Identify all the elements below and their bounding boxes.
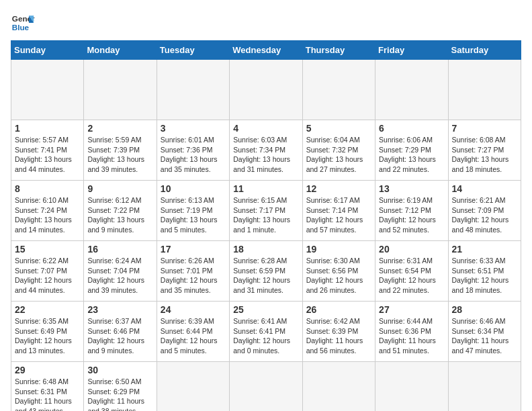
day-info: Sunrise: 6:37 AMSunset: 6:46 PMDaylight:… <box>87 316 152 356</box>
day-info: Sunrise: 6:10 AMSunset: 7:24 PMDaylight:… <box>15 195 80 235</box>
day-info: Sunrise: 6:28 AMSunset: 6:59 PMDaylight:… <box>233 256 298 295</box>
day-info: Sunrise: 6:48 AMSunset: 6:31 PMDaylight:… <box>15 377 80 411</box>
day-info: Sunrise: 6:03 AMSunset: 7:34 PMDaylight:… <box>233 135 298 175</box>
day-info: Sunrise: 6:42 AMSunset: 6:39 PMDaylight:… <box>306 316 371 356</box>
svg-text:Blue: Blue <box>12 23 30 32</box>
calendar-cell <box>302 362 375 412</box>
calendar-cell: 6Sunrise: 6:06 AMSunset: 7:29 PMDaylight… <box>375 120 448 181</box>
weekday-header-thursday: Thursday <box>302 41 375 60</box>
calendar-cell: 10Sunrise: 6:13 AMSunset: 7:19 PMDayligh… <box>157 181 229 241</box>
calendar-cell: 12Sunrise: 6:17 AMSunset: 7:14 PMDayligh… <box>302 181 375 241</box>
calendar-cell: 8Sunrise: 6:10 AMSunset: 7:24 PMDaylight… <box>11 181 84 241</box>
calendar-cell: 2Sunrise: 5:59 AMSunset: 7:39 PMDaylight… <box>84 120 157 181</box>
calendar-cell: 20Sunrise: 6:31 AMSunset: 6:54 PMDayligh… <box>375 241 448 302</box>
day-number: 4 <box>233 123 298 134</box>
day-number: 9 <box>87 183 152 194</box>
weekday-header-tuesday: Tuesday <box>157 41 229 60</box>
day-info: Sunrise: 6:33 AMSunset: 6:51 PMDaylight:… <box>452 256 517 295</box>
day-info: Sunrise: 6:50 AMSunset: 6:29 PMDaylight:… <box>87 377 152 411</box>
weekday-header-saturday: Saturday <box>448 41 521 60</box>
day-number: 11 <box>233 183 298 194</box>
calendar-cell: 22Sunrise: 6:35 AMSunset: 6:49 PMDayligh… <box>11 302 84 362</box>
day-info: Sunrise: 6:12 AMSunset: 7:22 PMDaylight:… <box>87 195 152 235</box>
day-number: 8 <box>15 183 80 194</box>
day-number: 22 <box>15 304 80 315</box>
calendar-cell <box>302 60 375 120</box>
day-number: 12 <box>306 183 371 194</box>
day-number: 7 <box>452 123 517 134</box>
calendar-cell: 23Sunrise: 6:37 AMSunset: 6:46 PMDayligh… <box>84 302 157 362</box>
day-info: Sunrise: 6:17 AMSunset: 7:14 PMDaylight:… <box>306 195 371 235</box>
calendar-cell <box>375 362 448 412</box>
day-number: 2 <box>87 123 152 134</box>
calendar-cell: 9Sunrise: 6:12 AMSunset: 7:22 PMDaylight… <box>84 181 157 241</box>
weekday-header-friday: Friday <box>375 41 448 60</box>
day-number: 29 <box>15 365 80 375</box>
calendar-cell: 28Sunrise: 6:46 AMSunset: 6:34 PMDayligh… <box>448 302 521 362</box>
day-info: Sunrise: 6:31 AMSunset: 6:54 PMDaylight:… <box>379 256 444 295</box>
day-number: 24 <box>161 304 226 315</box>
calendar-cell: 5Sunrise: 6:04 AMSunset: 7:32 PMDaylight… <box>302 120 375 181</box>
day-number: 17 <box>161 244 226 255</box>
week-row-3: 8Sunrise: 6:10 AMSunset: 7:24 PMDaylight… <box>11 181 521 241</box>
day-info: Sunrise: 6:04 AMSunset: 7:32 PMDaylight:… <box>306 135 371 175</box>
calendar-cell: 11Sunrise: 6:15 AMSunset: 7:17 PMDayligh… <box>230 181 302 241</box>
week-row-4: 15Sunrise: 6:22 AMSunset: 7:07 PMDayligh… <box>11 241 521 302</box>
calendar-cell: 3Sunrise: 6:01 AMSunset: 7:36 PMDaylight… <box>157 120 229 181</box>
day-info: Sunrise: 6:13 AMSunset: 7:19 PMDaylight:… <box>161 195 226 235</box>
calendar-cell <box>448 362 521 412</box>
weekday-header-sunday: Sunday <box>11 41 84 60</box>
weekday-header-wednesday: Wednesday <box>230 41 302 60</box>
day-info: Sunrise: 6:35 AMSunset: 6:49 PMDaylight:… <box>15 316 80 356</box>
week-row-5: 22Sunrise: 6:35 AMSunset: 6:49 PMDayligh… <box>11 302 521 362</box>
day-number: 3 <box>161 123 226 134</box>
calendar-cell: 4Sunrise: 6:03 AMSunset: 7:34 PMDaylight… <box>230 120 302 181</box>
calendar-cell: 19Sunrise: 6:30 AMSunset: 6:56 PMDayligh… <box>302 241 375 302</box>
day-info: Sunrise: 6:30 AMSunset: 6:56 PMDaylight:… <box>306 256 371 295</box>
logo: General Blue <box>11 11 35 35</box>
day-info: Sunrise: 6:41 AMSunset: 6:41 PMDaylight:… <box>233 316 298 356</box>
day-number: 25 <box>233 304 298 315</box>
day-number: 21 <box>452 244 517 255</box>
day-info: Sunrise: 5:57 AMSunset: 7:41 PMDaylight:… <box>15 135 80 175</box>
calendar-cell <box>375 60 448 120</box>
calendar-cell: 17Sunrise: 6:26 AMSunset: 7:01 PMDayligh… <box>157 241 229 302</box>
calendar-cell: 27Sunrise: 6:44 AMSunset: 6:36 PMDayligh… <box>375 302 448 362</box>
weekday-header-row: SundayMondayTuesdayWednesdayThursdayFrid… <box>11 41 521 60</box>
day-info: Sunrise: 6:46 AMSunset: 6:34 PMDaylight:… <box>452 316 517 356</box>
calendar-cell <box>11 60 84 120</box>
calendar-cell: 25Sunrise: 6:41 AMSunset: 6:41 PMDayligh… <box>230 302 302 362</box>
day-info: Sunrise: 6:01 AMSunset: 7:36 PMDaylight:… <box>161 135 226 175</box>
day-info: Sunrise: 6:44 AMSunset: 6:36 PMDaylight:… <box>379 316 444 356</box>
day-number: 18 <box>233 244 298 255</box>
calendar-cell: 16Sunrise: 6:24 AMSunset: 7:04 PMDayligh… <box>84 241 157 302</box>
day-info: Sunrise: 6:19 AMSunset: 7:12 PMDaylight:… <box>379 195 444 235</box>
week-row-1 <box>11 60 521 120</box>
day-info: Sunrise: 6:26 AMSunset: 7:01 PMDaylight:… <box>161 256 226 295</box>
week-row-6: 29Sunrise: 6:48 AMSunset: 6:31 PMDayligh… <box>11 362 521 412</box>
day-number: 5 <box>306 123 371 134</box>
logo-icon: General Blue <box>11 11 35 35</box>
day-number: 23 <box>87 304 152 315</box>
calendar-cell: 29Sunrise: 6:48 AMSunset: 6:31 PMDayligh… <box>11 362 84 412</box>
day-info: Sunrise: 5:59 AMSunset: 7:39 PMDaylight:… <box>87 135 152 175</box>
calendar-cell: 14Sunrise: 6:21 AMSunset: 7:09 PMDayligh… <box>448 181 521 241</box>
calendar-cell <box>448 60 521 120</box>
day-number: 16 <box>87 244 152 255</box>
day-number: 28 <box>452 304 517 315</box>
calendar-cell <box>84 60 157 120</box>
day-number: 10 <box>161 183 226 194</box>
day-info: Sunrise: 6:22 AMSunset: 7:07 PMDaylight:… <box>15 256 80 295</box>
weekday-header-monday: Monday <box>84 41 157 60</box>
week-row-2: 1Sunrise: 5:57 AMSunset: 7:41 PMDaylight… <box>11 120 521 181</box>
day-number: 13 <box>379 183 444 194</box>
calendar-table: SundayMondayTuesdayWednesdayThursdayFrid… <box>11 40 521 411</box>
day-number: 30 <box>87 365 152 375</box>
calendar-cell: 7Sunrise: 6:08 AMSunset: 7:27 PMDaylight… <box>448 120 521 181</box>
calendar-cell: 18Sunrise: 6:28 AMSunset: 6:59 PMDayligh… <box>230 241 302 302</box>
calendar-cell: 15Sunrise: 6:22 AMSunset: 7:07 PMDayligh… <box>11 241 84 302</box>
day-number: 15 <box>15 244 80 255</box>
day-number: 20 <box>379 244 444 255</box>
day-number: 27 <box>379 304 444 315</box>
day-info: Sunrise: 6:21 AMSunset: 7:09 PMDaylight:… <box>452 195 517 235</box>
